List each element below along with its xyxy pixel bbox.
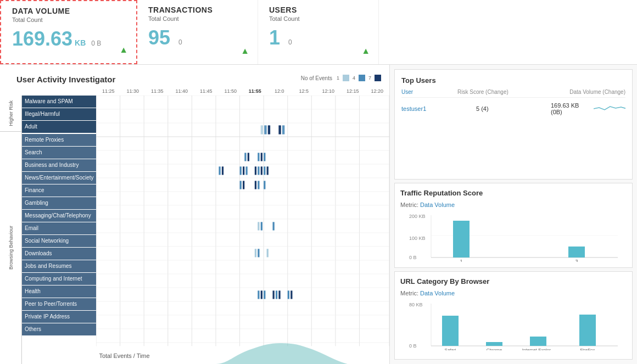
cat-computing: Computing and Internet bbox=[22, 273, 96, 285]
svg-text:3: 3 bbox=[575, 259, 578, 262]
cat-finance: Finance bbox=[22, 184, 96, 197]
svg-text:Safari: Safari bbox=[445, 348, 456, 350]
svg-text:Total Events / Time: Total Events / Time bbox=[99, 352, 149, 359]
svg-rect-39 bbox=[258, 153, 259, 161]
url-chart-svg: 80 KB 0 B Safari Chrome Internet Explor.… bbox=[400, 301, 627, 350]
main-content: User Activity Investigator No of Events … bbox=[0, 65, 637, 364]
svg-rect-48 bbox=[258, 166, 259, 175]
svg-rect-42 bbox=[219, 166, 220, 175]
users-subtitle: Total Count bbox=[269, 15, 367, 22]
transactions-value: 95 bbox=[148, 26, 170, 49]
cat-remote: Remote Proxies bbox=[22, 134, 96, 146]
cat-messaging: Messaging/Chat/Telephony bbox=[22, 210, 96, 222]
users-secondary: 0 bbox=[288, 38, 292, 46]
svg-rect-60 bbox=[255, 249, 256, 257]
svg-rect-68 bbox=[278, 290, 280, 299]
cat-jobs: Jobs and Resumes bbox=[22, 260, 96, 272]
cat-malware: Malware and SPAM bbox=[22, 96, 96, 108]
cat-private: Private IP Address bbox=[22, 311, 96, 323]
svg-rect-44 bbox=[240, 166, 242, 175]
user-row: testuser1 5 (4) 169.63 KB (0B) bbox=[401, 100, 625, 117]
url-cat-title: URL Category By Browser bbox=[400, 277, 627, 285]
svg-rect-33 bbox=[264, 125, 266, 134]
section-labels: Higher Risk Browsing Behaviour bbox=[0, 96, 22, 364]
higher-risk-label: Higher Risk bbox=[8, 100, 14, 126]
time-axis: 11:25 11:30 11:35 11:40 11:45 11:50 11:5… bbox=[96, 87, 389, 96]
svg-text:0 B: 0 B bbox=[409, 343, 417, 349]
cat-adult: Adult bbox=[22, 121, 96, 133]
cat-p2p: Peer to Peer/Torrents bbox=[22, 298, 96, 310]
metric-transactions: TRANSACTIONS Total Count 95 0 ▲ bbox=[137, 0, 258, 64]
svg-rect-40 bbox=[261, 153, 262, 161]
svg-rect-78 bbox=[453, 221, 470, 257]
svg-text:1: 1 bbox=[460, 259, 462, 262]
users-title: USERS bbox=[269, 5, 367, 14]
left-panel: User Activity Investigator No of Events … bbox=[0, 65, 390, 364]
table-header: User Risk Score (Change) Data Volume (Ch… bbox=[401, 89, 625, 98]
svg-rect-52 bbox=[240, 181, 242, 189]
top-users-title: Top Users bbox=[401, 76, 625, 85]
svg-rect-92 bbox=[579, 315, 596, 346]
svg-rect-41 bbox=[264, 153, 265, 161]
svg-rect-53 bbox=[243, 181, 244, 189]
svg-text:FireFox: FireFox bbox=[580, 348, 595, 350]
dashboard: DATA VOLUME Total Count 169.63KB 0 B ▲ T… bbox=[0, 0, 637, 364]
transactions-subtitle: Total Count bbox=[148, 15, 247, 22]
svg-text:80 KB: 80 KB bbox=[409, 302, 423, 307]
data-volume-value: 169.63KB bbox=[12, 27, 86, 51]
traffic-chart-svg: 200 KB 100 KB 0 B 1 3 bbox=[400, 212, 627, 262]
svg-rect-56 bbox=[264, 181, 265, 189]
transactions-title: TRANSACTIONS bbox=[148, 5, 247, 14]
url-metric-label: Metric: Data Volume bbox=[400, 290, 627, 296]
svg-rect-70 bbox=[290, 290, 292, 299]
cat-social: Social Networking bbox=[22, 235, 96, 247]
svg-rect-51 bbox=[267, 166, 269, 175]
svg-rect-46 bbox=[245, 166, 247, 175]
svg-rect-69 bbox=[288, 290, 289, 299]
data-volume-secondary: 0 B bbox=[91, 40, 101, 47]
svg-rect-59 bbox=[272, 222, 274, 230]
svg-rect-58 bbox=[261, 222, 262, 230]
svg-rect-54 bbox=[255, 181, 256, 189]
svg-text:Internet Explor...: Internet Explor... bbox=[522, 348, 554, 350]
svg-rect-63 bbox=[258, 290, 259, 299]
cat-downloads: Downloads bbox=[22, 248, 96, 260]
url-category-section: URL Category By Browser Metric: Data Vol… bbox=[394, 271, 633, 360]
right-panel: Top Users User Risk Score (Change) Data … bbox=[390, 65, 637, 364]
cat-news: News/Entertainment/Society bbox=[22, 172, 96, 184]
svg-rect-32 bbox=[261, 125, 263, 134]
svg-rect-80 bbox=[568, 247, 585, 257]
svg-rect-67 bbox=[276, 290, 277, 299]
user-volume-text: 169.63 KB (0B) bbox=[551, 102, 591, 115]
user-volume-area: 169.63 KB (0B) bbox=[551, 102, 625, 115]
svg-rect-38 bbox=[248, 153, 249, 161]
metric-users: USERS Total Count 1 0 ▲ bbox=[258, 0, 379, 64]
svg-rect-57 bbox=[258, 222, 259, 230]
url-bar-chart: 80 KB 0 B Safari Chrome Internet Explor.… bbox=[400, 301, 627, 350]
metric-data-volume: DATA VOLUME Total Count 169.63KB 0 B ▲ bbox=[0, 0, 137, 64]
users-value: 1 bbox=[269, 26, 280, 49]
svg-rect-66 bbox=[272, 290, 274, 299]
browsing-label: Browsing Behaviour bbox=[8, 226, 14, 270]
legend: 1 4 7 bbox=[337, 75, 381, 81]
svg-rect-37 bbox=[244, 153, 246, 161]
traffic-rep-title: Traffic Reputation Score bbox=[400, 189, 627, 197]
svg-rect-64 bbox=[261, 290, 262, 299]
cat-business: Business and Industry bbox=[22, 159, 96, 171]
svg-rect-61 bbox=[258, 249, 259, 257]
top-users-section: Top Users User Risk Score (Change) Data … bbox=[394, 69, 633, 180]
cat-gambling: Gambling bbox=[22, 197, 96, 209]
volume-sparkline bbox=[594, 103, 625, 114]
transactions-arrow: ▲ bbox=[241, 46, 249, 56]
legend-label: No of Events bbox=[301, 75, 332, 81]
legend-7 bbox=[375, 75, 381, 81]
user-name[interactable]: testuser1 bbox=[401, 105, 476, 112]
cat-others: Others bbox=[22, 323, 96, 335]
cat-illegal: Illegal/Harmful bbox=[22, 108, 96, 120]
activity-chart-svg: Total Events / Time bbox=[96, 96, 389, 364]
svg-text:0 B: 0 B bbox=[409, 255, 417, 260]
legend-4 bbox=[359, 75, 365, 81]
svg-rect-49 bbox=[261, 166, 262, 175]
traffic-bar-chart: 200 KB 100 KB 0 B 1 3 bbox=[400, 212, 627, 262]
users-arrow: ▲ bbox=[361, 46, 370, 56]
